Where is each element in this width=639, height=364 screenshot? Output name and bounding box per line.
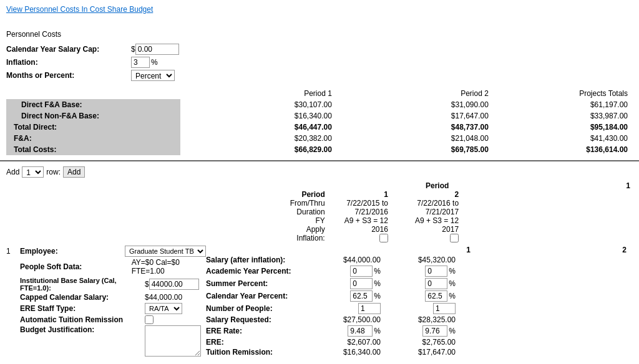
row-total-1: $33,987.00 bbox=[494, 110, 633, 122]
people-soft-label: People Soft Data: bbox=[20, 262, 132, 271]
ere-label: ERE: bbox=[206, 338, 306, 347]
months-label: Months or Percent: bbox=[6, 71, 131, 80]
ere-type-label: ERE Staff Type: bbox=[20, 304, 145, 313]
period1-header-num: 1 bbox=[383, 246, 508, 254]
acad-pct-input-2[interactable] bbox=[425, 266, 447, 277]
employee-label: Employee: bbox=[20, 247, 125, 256]
add-label: Add bbox=[6, 168, 19, 176]
col-totals: Projects Totals bbox=[494, 88, 633, 99]
row-label-2: Total Direct: bbox=[6, 122, 180, 133]
row-label-0: Direct F&A Base: bbox=[6, 99, 180, 110]
summary-table: Period 1 Period 2 Projects Totals Direct… bbox=[6, 88, 633, 155]
row-p1-0: $30,107.00 bbox=[180, 99, 337, 110]
budget-just-input[interactable] bbox=[145, 325, 201, 357]
ere-col1: $2,607.00 bbox=[306, 338, 381, 347]
period2-header-num: 2 bbox=[508, 246, 633, 254]
table-row: Total Direct: $46,447.00 $48,737.00 $95,… bbox=[6, 122, 633, 133]
summer-pct-label: Summer Percent: bbox=[206, 279, 306, 288]
apply-inflation-cb-2[interactable] bbox=[450, 234, 459, 242]
table-row: Direct F&A Base: $30,107.00 $31,090.00 $… bbox=[6, 99, 633, 110]
ere-type-select[interactable]: RA/TA bbox=[145, 303, 182, 314]
salary-cap-input[interactable] bbox=[135, 44, 179, 55]
apply-inflation-cb-1[interactable] bbox=[379, 234, 388, 242]
employee-row-num: 1 bbox=[6, 246, 20, 358]
dollar-sign: $ bbox=[131, 45, 135, 54]
row-p2-0: $31,090.00 bbox=[337, 99, 494, 110]
num-people-input-2[interactable] bbox=[433, 303, 456, 314]
col-period1: Period 1 bbox=[180, 88, 337, 99]
people-soft-value: AY=$0 Cal=$0 FTE=1.00 bbox=[132, 258, 206, 275]
apply-inflation-lbl: Apply Inflation: bbox=[285, 225, 325, 242]
ibs-input[interactable] bbox=[149, 279, 199, 290]
inflation-pct: % bbox=[151, 58, 158, 67]
num-people-label: Number of People: bbox=[206, 304, 306, 313]
ibs-dollar: $ bbox=[145, 280, 149, 289]
row-total-4: $136,614.00 bbox=[494, 144, 633, 155]
inflation-input[interactable] bbox=[131, 57, 150, 68]
row-label-1: Direct Non-F&A Base: bbox=[6, 110, 180, 122]
salary-cap-label: Calendar Year Salary Cap: bbox=[6, 45, 131, 54]
auto-tuition-label: Automatic Tuition Remission bbox=[20, 315, 145, 324]
inflation-label: Inflation: bbox=[6, 58, 131, 67]
tuition-col2: $17,647.00 bbox=[381, 348, 456, 357]
row-p1-4: $66,829.00 bbox=[180, 144, 337, 155]
row-total-3: $41,430.00 bbox=[494, 133, 633, 144]
acad-pct-input-1[interactable] bbox=[350, 266, 373, 277]
ere-rate-input-2[interactable] bbox=[422, 325, 447, 337]
row-p2-3: $21,048.00 bbox=[337, 133, 494, 144]
auto-tuition-cb[interactable] bbox=[145, 315, 154, 324]
ere-col2: $2,765.00 bbox=[381, 338, 456, 347]
salary-col1: $44,000.00 bbox=[306, 256, 381, 264]
num-people-input-1[interactable] bbox=[358, 303, 381, 314]
section-title: Personnel Costs bbox=[0, 27, 639, 42]
table-row: F&A: $20,382.00 $21,048.00 $41,430.00 bbox=[6, 133, 633, 144]
salary-req-col2: $28,325.00 bbox=[381, 315, 456, 324]
add-row-button[interactable]: Add bbox=[63, 166, 85, 178]
ere-rate-label: ERE Rate: bbox=[206, 327, 306, 335]
tuition-label: Tuition Remission: bbox=[206, 348, 306, 357]
from-thru-lbl: From/Thru bbox=[285, 199, 325, 208]
cal-pct-input-1[interactable] bbox=[350, 290, 373, 302]
period-lbl: Period bbox=[301, 190, 324, 199]
tuition-col1: $16,340.00 bbox=[306, 348, 381, 357]
ere-rate-input-1[interactable] bbox=[348, 325, 373, 337]
row-total-2: $95,184.00 bbox=[494, 122, 633, 133]
summer-pct-input-1[interactable] bbox=[350, 278, 373, 289]
period-header-row: Period From/Thru Duration FY Apply Infla… bbox=[6, 190, 633, 244]
col-period2: Period 2 bbox=[337, 88, 494, 99]
capped-value: $44,000.00 bbox=[145, 293, 182, 302]
cal-pct-input-2[interactable] bbox=[425, 290, 447, 302]
salary-req-label: Salary Requested: bbox=[206, 315, 306, 324]
budget-just-label: Budget Justification: bbox=[20, 325, 145, 334]
months-select[interactable]: Percent Months bbox=[131, 70, 175, 81]
period-col1-num: 1 bbox=[626, 181, 630, 190]
cal-pct-label: Calendar Year Percent: bbox=[206, 292, 306, 300]
duration-lbl: Duration bbox=[285, 208, 325, 216]
salary-col2: $45,320.00 bbox=[381, 256, 456, 264]
table-row: Total Costs: $66,829.00 $69,785.00 $136,… bbox=[6, 144, 633, 155]
row-p1-2: $46,447.00 bbox=[180, 122, 337, 133]
employee-select[interactable]: Graduate Student TBD01 bbox=[125, 246, 206, 257]
row-p2-4: $69,785.00 bbox=[337, 144, 494, 155]
row-p2-1: $17,647.00 bbox=[337, 110, 494, 122]
row-p2-2: $48,737.00 bbox=[337, 122, 494, 133]
row-label-3: F&A: bbox=[6, 133, 180, 144]
header-link[interactable]: View Personnel Costs In Cost Share Budge… bbox=[0, 0, 639, 19]
header-link-text: View Personnel Costs In Cost Share Budge… bbox=[6, 5, 153, 14]
acad-pct-label: Academic Year Percent: bbox=[206, 267, 306, 275]
row-label-text: row: bbox=[46, 168, 61, 176]
table-row: Direct Non-F&A Base: $16,340.00 $17,647.… bbox=[6, 110, 633, 122]
period-label: Period bbox=[426, 181, 449, 190]
fy-lbl: FY bbox=[285, 216, 325, 225]
capped-label: Capped Calendar Salary: bbox=[20, 293, 145, 302]
add-count-select[interactable]: 123 bbox=[22, 166, 44, 178]
salary-label: Salary (after inflation): bbox=[206, 256, 306, 264]
detail-table: Period From/Thru Duration FY Apply Infla… bbox=[6, 190, 633, 244]
ibs-label: Institutional Base Salary (Cal, FTE=1.0)… bbox=[20, 277, 145, 292]
row-p1-3: $20,382.00 bbox=[180, 133, 337, 144]
salary-req-col1: $27,500.00 bbox=[306, 315, 381, 324]
summer-pct-input-2[interactable] bbox=[425, 278, 447, 289]
row-label-4: Total Costs: bbox=[6, 144, 180, 155]
row-p1-1: $16,340.00 bbox=[180, 110, 337, 122]
row-total-0: $61,197.00 bbox=[494, 99, 633, 110]
